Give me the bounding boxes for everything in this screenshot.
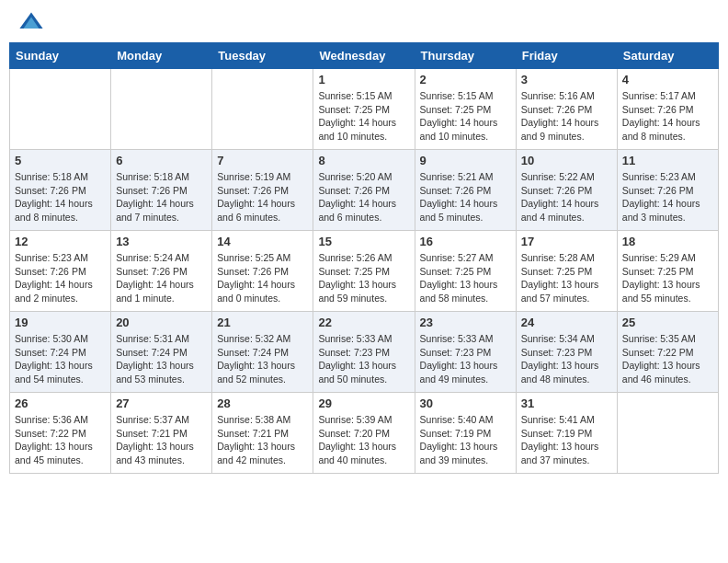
day-number: 29: [318, 396, 409, 410]
day-info: Sunrise: 5:32 AMSunset: 7:24 PMDaylight:…: [217, 332, 308, 386]
calendar-cell: 20Sunrise: 5:31 AMSunset: 7:24 PMDayligh…: [111, 312, 212, 393]
calendar-cell: [10, 69, 111, 150]
day-info: Sunrise: 5:40 AMSunset: 7:19 PMDaylight:…: [420, 413, 511, 467]
calendar-week-row: 1Sunrise: 5:15 AMSunset: 7:25 PMDaylight…: [10, 69, 719, 150]
calendar-cell: 16Sunrise: 5:27 AMSunset: 7:25 PMDayligh…: [415, 231, 516, 312]
calendar-cell: 30Sunrise: 5:40 AMSunset: 7:19 PMDayligh…: [415, 393, 516, 474]
day-number: 16: [420, 235, 511, 248]
day-number: 15: [318, 235, 409, 248]
calendar-table: SundayMondayTuesdayWednesdayThursdayFrid…: [9, 42, 719, 474]
day-number: 27: [116, 396, 207, 410]
calendar-cell: 6Sunrise: 5:18 AMSunset: 7:26 PMDaylight…: [111, 150, 212, 231]
calendar-cell: [111, 69, 212, 150]
day-info: Sunrise: 5:20 AMSunset: 7:26 PMDaylight:…: [318, 170, 409, 224]
calendar-week-row: 26Sunrise: 5:36 AMSunset: 7:22 PMDayligh…: [10, 393, 719, 474]
calendar-week-row: 12Sunrise: 5:23 AMSunset: 7:26 PMDayligh…: [10, 231, 719, 312]
day-number: 10: [521, 154, 612, 167]
calendar-cell: 18Sunrise: 5:29 AMSunset: 7:25 PMDayligh…: [617, 231, 718, 312]
day-number: 3: [521, 73, 612, 86]
day-number: 17: [521, 235, 612, 248]
weekday-header-thursday: Thursday: [415, 43, 516, 69]
calendar-cell: 9Sunrise: 5:21 AMSunset: 7:26 PMDaylight…: [415, 150, 516, 231]
day-number: 4: [622, 73, 713, 86]
day-info: Sunrise: 5:17 AMSunset: 7:26 PMDaylight:…: [622, 89, 713, 144]
day-info: Sunrise: 5:21 AMSunset: 7:26 PMDaylight:…: [420, 170, 511, 224]
day-number: 31: [521, 396, 612, 410]
calendar-cell: 19Sunrise: 5:30 AMSunset: 7:24 PMDayligh…: [10, 312, 111, 393]
calendar-cell: 13Sunrise: 5:24 AMSunset: 7:26 PMDayligh…: [111, 231, 212, 312]
weekday-header-monday: Monday: [111, 43, 212, 69]
day-info: Sunrise: 5:15 AMSunset: 7:25 PMDaylight:…: [318, 89, 409, 144]
day-number: 26: [15, 396, 106, 410]
day-number: 24: [521, 316, 612, 329]
day-info: Sunrise: 5:37 AMSunset: 7:21 PMDaylight:…: [116, 413, 207, 467]
day-number: 22: [318, 316, 409, 329]
day-info: Sunrise: 5:15 AMSunset: 7:25 PMDaylight:…: [420, 89, 511, 144]
day-number: 7: [217, 154, 308, 167]
calendar-cell: 10Sunrise: 5:22 AMSunset: 7:26 PMDayligh…: [516, 150, 617, 231]
day-info: Sunrise: 5:33 AMSunset: 7:23 PMDaylight:…: [420, 332, 511, 386]
weekday-header-friday: Friday: [516, 43, 617, 69]
day-info: Sunrise: 5:18 AMSunset: 7:26 PMDaylight:…: [15, 170, 106, 224]
calendar-cell: 2Sunrise: 5:15 AMSunset: 7:25 PMDaylight…: [415, 69, 516, 150]
calendar-cell: 7Sunrise: 5:19 AMSunset: 7:26 PMDaylight…: [212, 150, 313, 231]
day-number: 20: [116, 316, 207, 329]
day-number: 6: [116, 154, 207, 167]
weekday-header-wednesday: Wednesday: [313, 43, 415, 69]
weekday-header-row: SundayMondayTuesdayWednesdayThursdayFrid…: [10, 43, 719, 69]
day-number: 23: [420, 316, 511, 329]
day-info: Sunrise: 5:23 AMSunset: 7:26 PMDaylight:…: [15, 251, 106, 305]
weekday-header-tuesday: Tuesday: [212, 43, 313, 69]
calendar-week-row: 5Sunrise: 5:18 AMSunset: 7:26 PMDaylight…: [10, 150, 719, 231]
calendar-cell: 28Sunrise: 5:38 AMSunset: 7:21 PMDayligh…: [212, 393, 313, 474]
day-info: Sunrise: 5:28 AMSunset: 7:25 PMDaylight:…: [521, 251, 612, 305]
calendar-cell: 3Sunrise: 5:16 AMSunset: 7:26 PMDaylight…: [516, 69, 617, 150]
day-number: 8: [318, 154, 409, 167]
calendar-cell: 21Sunrise: 5:32 AMSunset: 7:24 PMDayligh…: [212, 312, 313, 393]
day-number: 30: [420, 396, 511, 410]
day-info: Sunrise: 5:33 AMSunset: 7:23 PMDaylight:…: [318, 332, 409, 386]
day-info: Sunrise: 5:38 AMSunset: 7:21 PMDaylight:…: [217, 413, 308, 467]
weekday-header-sunday: Sunday: [10, 43, 111, 69]
calendar-cell: 26Sunrise: 5:36 AMSunset: 7:22 PMDayligh…: [10, 393, 111, 474]
day-info: Sunrise: 5:31 AMSunset: 7:24 PMDaylight:…: [116, 332, 207, 386]
day-number: 14: [217, 235, 308, 248]
day-number: 11: [622, 154, 713, 167]
weekday-header-saturday: Saturday: [617, 43, 718, 69]
calendar-cell: 15Sunrise: 5:26 AMSunset: 7:25 PMDayligh…: [313, 231, 415, 312]
calendar-cell: 4Sunrise: 5:17 AMSunset: 7:26 PMDaylight…: [617, 69, 718, 150]
calendar-week-row: 19Sunrise: 5:30 AMSunset: 7:24 PMDayligh…: [10, 312, 719, 393]
day-number: 13: [116, 235, 207, 248]
calendar-cell: 27Sunrise: 5:37 AMSunset: 7:21 PMDayligh…: [111, 393, 212, 474]
calendar-cell: 11Sunrise: 5:23 AMSunset: 7:26 PMDayligh…: [617, 150, 718, 231]
day-info: Sunrise: 5:36 AMSunset: 7:22 PMDaylight:…: [15, 413, 106, 467]
day-info: Sunrise: 5:26 AMSunset: 7:25 PMDaylight:…: [318, 251, 409, 305]
day-info: Sunrise: 5:16 AMSunset: 7:26 PMDaylight:…: [521, 89, 612, 144]
day-info: Sunrise: 5:24 AMSunset: 7:26 PMDaylight:…: [116, 251, 207, 305]
day-info: Sunrise: 5:25 AMSunset: 7:26 PMDaylight:…: [217, 251, 308, 305]
calendar-cell: [617, 393, 718, 474]
day-number: 28: [217, 396, 308, 410]
day-number: 1: [318, 73, 409, 86]
calendar-cell: 22Sunrise: 5:33 AMSunset: 7:23 PMDayligh…: [313, 312, 415, 393]
calendar-cell: [212, 69, 313, 150]
day-info: Sunrise: 5:23 AMSunset: 7:26 PMDaylight:…: [622, 170, 713, 224]
day-info: Sunrise: 5:39 AMSunset: 7:20 PMDaylight:…: [318, 413, 409, 467]
calendar-cell: 25Sunrise: 5:35 AMSunset: 7:22 PMDayligh…: [617, 312, 718, 393]
logo-icon: [18, 9, 44, 35]
calendar-cell: 5Sunrise: 5:18 AMSunset: 7:26 PMDaylight…: [10, 150, 111, 231]
day-info: Sunrise: 5:35 AMSunset: 7:22 PMDaylight:…: [622, 332, 713, 386]
calendar-cell: 23Sunrise: 5:33 AMSunset: 7:23 PMDayligh…: [415, 312, 516, 393]
day-number: 2: [420, 73, 511, 86]
day-info: Sunrise: 5:18 AMSunset: 7:26 PMDaylight:…: [116, 170, 207, 224]
calendar-cell: 31Sunrise: 5:41 AMSunset: 7:19 PMDayligh…: [516, 393, 617, 474]
day-number: 19: [15, 316, 106, 329]
day-number: 21: [217, 316, 308, 329]
day-info: Sunrise: 5:30 AMSunset: 7:24 PMDaylight:…: [15, 332, 106, 386]
calendar-cell: 12Sunrise: 5:23 AMSunset: 7:26 PMDayligh…: [10, 231, 111, 312]
logo: [18, 9, 48, 35]
day-info: Sunrise: 5:19 AMSunset: 7:26 PMDaylight:…: [217, 170, 308, 224]
day-info: Sunrise: 5:41 AMSunset: 7:19 PMDaylight:…: [521, 413, 612, 467]
day-number: 18: [622, 235, 713, 248]
day-info: Sunrise: 5:29 AMSunset: 7:25 PMDaylight:…: [622, 251, 713, 305]
